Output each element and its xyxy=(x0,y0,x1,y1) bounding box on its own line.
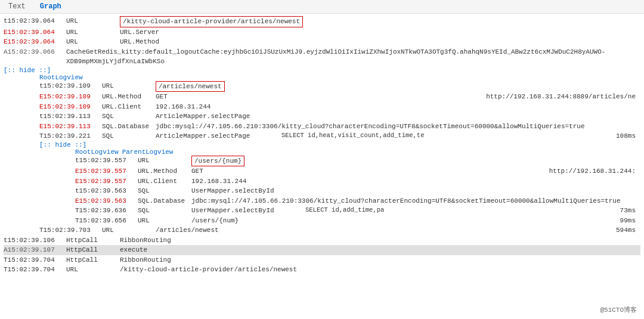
rootlogview-label[interactable]: RootLogview xyxy=(39,74,83,81)
log-content: RibbonRouting xyxy=(120,255,640,265)
log-type: URL.Client xyxy=(102,102,156,112)
log-type: URL xyxy=(138,156,191,166)
log-content: jdbc:mysql://47.105.66.210:3306/kitty_cl… xyxy=(191,196,640,206)
log-right: 99ms xyxy=(533,216,640,226)
log-content: /kitty-cloud-article-provider/articles/n… xyxy=(120,16,640,27)
log-row: t15:02:39.064URL/kitty-cloud-article-pro… xyxy=(4,16,640,27)
log-row: T15:02:39.704HttpCallRibbonRouting xyxy=(4,255,640,265)
log-time: E15:02:39.064 xyxy=(4,27,66,38)
log-row: E15:02:39.557URL.MethodGEThttp://192.168… xyxy=(4,166,640,176)
log-type: URL.Method xyxy=(138,166,191,176)
log-time: T15:02:39.704 xyxy=(4,265,66,275)
log-time: t15:02:39.563 xyxy=(75,186,138,196)
log-time: t15:02:39.064 xyxy=(4,16,66,26)
log-content: jdbc:mysql://47.105.66.210:3306/kitty_cl… xyxy=(156,122,640,132)
log-type: URL.Client xyxy=(138,176,191,187)
top-nav: Text Graph xyxy=(0,0,644,14)
log-content: UserMapper.selectById xyxy=(191,186,640,196)
log-content: 192.168.31.244 xyxy=(156,102,640,112)
sql-preview: SELECT id,heat,visit_count,add_time,te xyxy=(281,131,533,141)
url-box: /kitty-cloud-article-provider/articles/n… xyxy=(120,16,303,27)
log-type: HttpCall xyxy=(66,255,120,265)
log-type: URL.Method xyxy=(102,92,156,102)
log-content: URL.Server xyxy=(120,27,640,38)
log-content: ArticleMapper.selectPage xyxy=(156,131,281,141)
log-row: RootLogview xyxy=(4,74,640,81)
log-type: HttpCall xyxy=(66,245,120,255)
hide-link[interactable]: [:: hide ::] xyxy=(39,141,86,148)
log-type: URL xyxy=(66,16,120,26)
log-row: RootLogviewParentLogview xyxy=(4,148,640,156)
log-type: SQL xyxy=(138,186,191,196)
rootlogview-label2[interactable]: RootLogview xyxy=(75,148,119,156)
watermark: @51CTO博客 xyxy=(600,305,637,314)
log-row: E15:02:39.113SQL.Databasejdbc:mysql://47… xyxy=(4,122,640,132)
log-time: E15:02:39.109 xyxy=(39,102,102,112)
log-type: URL xyxy=(66,27,120,38)
log-type: SQL xyxy=(138,206,191,216)
url-box: /articles/newest xyxy=(156,81,225,92)
log-time: T15:02:39.221 xyxy=(39,131,102,141)
log-type: URL xyxy=(66,265,120,275)
log-right: http://192.168.31.244:8889/articles/ne xyxy=(486,92,640,102)
log-row: E15:02:39.109URL.MethodGEThttp://192.168… xyxy=(4,92,640,102)
log-time: t15:02:39.106 xyxy=(4,236,66,246)
log-content: /articles/newest xyxy=(156,81,640,92)
log-row: E15:02:39.557URL.Client192.168.31.244 xyxy=(4,176,640,187)
log-time: A15:02:39.107 xyxy=(4,245,66,255)
log-row: [:: hide ::] xyxy=(4,67,640,74)
log-content: execute xyxy=(120,245,640,255)
log-type: SQL xyxy=(102,131,156,141)
tab-text[interactable]: Text xyxy=(5,1,29,12)
log-row: A15:02:39.107HttpCallexecute xyxy=(4,245,640,255)
log-right: 108ms xyxy=(533,131,640,141)
log-content: /kitty-cloud-article-provider/articles/n… xyxy=(120,265,640,275)
log-time: E15:02:39.064 xyxy=(4,37,66,47)
log-type: URL xyxy=(102,225,156,236)
log-row: t15:02:39.557URL/users/{num} xyxy=(4,156,640,167)
log-row: t15:02:39.106HttpCallRibbonRouting xyxy=(4,236,640,246)
log-right: http://192.168.31.244: xyxy=(533,166,640,176)
url-box: /users/{num} xyxy=(191,156,244,167)
log-row: T15:02:39.656URL/users/{num}99ms xyxy=(4,216,640,226)
log-time: A15:02:39.066 xyxy=(4,47,66,57)
log-time: E15:02:39.557 xyxy=(75,166,138,176)
log-content: /users/{num} xyxy=(191,156,640,167)
log-type: SQL.Database xyxy=(138,196,191,206)
log-type: URL xyxy=(102,81,156,91)
log-time: E15:02:39.109 xyxy=(39,92,102,102)
log-content: GET xyxy=(191,166,533,176)
log-row: E15:02:39.563SQL.Databasejdbc:mysql://47… xyxy=(4,196,640,206)
log-row: E15:02:39.064URLURL.Server xyxy=(4,27,640,38)
log-content: 192.168.31.244 xyxy=(191,176,640,187)
log-right: 73ms xyxy=(533,206,640,216)
log-time: t15:02:39.109 xyxy=(39,81,102,91)
log-content: ArticleMapper.selectPage xyxy=(156,112,640,122)
log-content: /articles/newest xyxy=(156,225,533,236)
tab-graph[interactable]: Graph xyxy=(36,1,65,12)
log-time: T15:02:39.704 xyxy=(4,255,66,265)
log-time: E15:02:39.557 xyxy=(75,176,138,187)
log-time: t15:02:39.113 xyxy=(39,112,102,122)
log-right: 594ms xyxy=(533,225,640,236)
main-content: t15:02:39.064URL/kitty-cloud-article-pro… xyxy=(0,14,644,277)
parentlogview-label[interactable]: ParentLogview xyxy=(122,148,174,156)
log-content: /users/{num} xyxy=(191,216,533,226)
log-row: [:: hide ::] xyxy=(4,141,640,148)
log-row: A15:02:39.066CacheGetRedis_kitty:default… xyxy=(4,47,640,67)
log-type: SQL xyxy=(102,112,156,122)
sql-preview: SELECT id,add_time,pa xyxy=(305,206,533,215)
log-row: T15:02:39.636SQLUserMapper.selectByIdSEL… xyxy=(4,206,640,216)
log-type: SQL.Database xyxy=(102,122,156,132)
log-row: T15:02:39.221SQLArticleMapper.selectPage… xyxy=(4,131,640,141)
log-time: T15:02:39.656 xyxy=(75,216,138,226)
log-row: E15:02:39.109URL.Client192.168.31.244 xyxy=(4,102,640,112)
log-content: URL.Method xyxy=(120,37,640,47)
log-type: HttpCall xyxy=(66,236,120,246)
log-content: GET xyxy=(156,92,486,102)
log-type: URL xyxy=(138,216,191,226)
hide-link[interactable]: [:: hide ::] xyxy=(4,67,51,74)
log-row: t15:02:39.563SQLUserMapper.selectById xyxy=(4,186,640,196)
log-row: E15:02:39.064URLURL.Method xyxy=(4,37,640,47)
log-row: t15:02:39.113SQLArticleMapper.selectPage xyxy=(4,112,640,122)
